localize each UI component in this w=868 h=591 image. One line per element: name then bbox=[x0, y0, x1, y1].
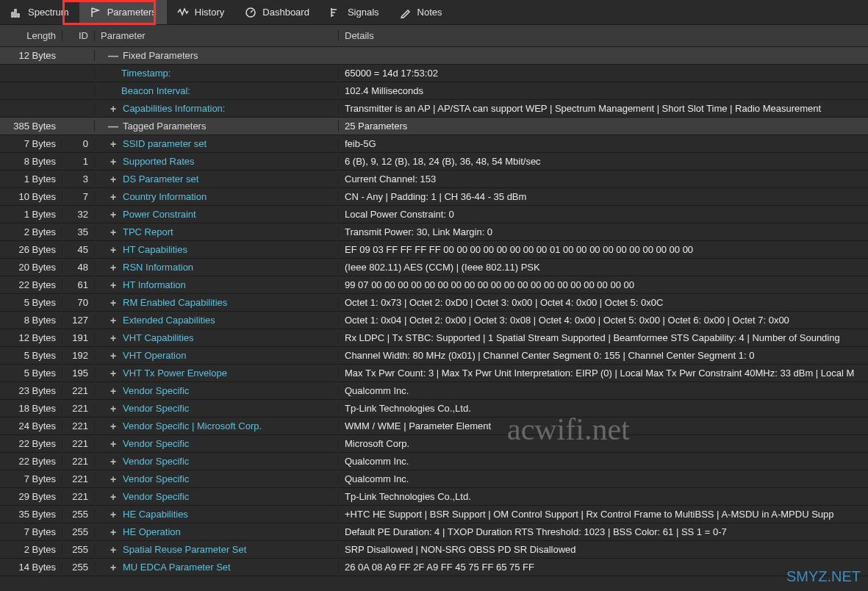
tab-notes[interactable]: Notes bbox=[390, 0, 453, 24]
parameter-row[interactable]: 2 Bytes255+Spatial Reuse Parameter SetSR… bbox=[0, 541, 868, 559]
parameter-row[interactable]: 1 Bytes32+Power ConstraintLocal Power Co… bbox=[0, 206, 868, 223]
tab-spectrum[interactable]: Spectrum bbox=[0, 0, 79, 24]
expand-icon[interactable]: + bbox=[108, 545, 118, 555]
parameter-name[interactable]: HE Capabilities bbox=[123, 509, 188, 520]
parameter-name[interactable]: Vendor Specific bbox=[123, 438, 189, 449]
parameter-name[interactable]: Extended Capabilities bbox=[123, 315, 215, 326]
expand-icon[interactable]: + bbox=[108, 527, 118, 537]
parameter-name[interactable]: Vendor Specific bbox=[123, 403, 189, 414]
expand-icon[interactable]: + bbox=[108, 368, 118, 379]
expand-icon[interactable]: + bbox=[108, 280, 118, 290]
parameter-row[interactable]: 12 Bytes191+VHT CapabilitiesRx LDPC | Tx… bbox=[0, 329, 868, 347]
expand-icon[interactable]: + bbox=[108, 245, 118, 255]
parameter-row[interactable]: 22 Bytes221+Vendor SpecificMicrosoft Cor… bbox=[0, 435, 868, 453]
parameter-row[interactable]: 24 Bytes221+Vendor Specific | Microsoft … bbox=[0, 418, 868, 435]
expand-icon[interactable]: + bbox=[108, 174, 118, 185]
parameter-row[interactable]: 5 Bytes195+VHT Tx Power EnvelopeMax Tx P… bbox=[0, 365, 868, 382]
parameter-row[interactable]: 14 Bytes255+MU EDCA Parameter Set26 0A 0… bbox=[0, 559, 868, 576]
expand-icon[interactable]: + bbox=[108, 227, 118, 237]
expand-icon[interactable]: + bbox=[108, 562, 118, 573]
parameter-row[interactable]: 5 Bytes192+VHT OperationChannel Width: 8… bbox=[0, 347, 868, 365]
expand-icon[interactable]: + bbox=[108, 333, 118, 343]
expand-icon[interactable]: + bbox=[108, 139, 118, 149]
parameter-name[interactable]: Vendor Specific | Microsoft Corp. bbox=[123, 420, 262, 431]
expand-icon[interactable]: + bbox=[108, 421, 118, 431]
parameter-name[interactable]: Vendor Specific bbox=[123, 385, 189, 396]
parameter-name[interactable]: VHT Tx Power Envelope bbox=[123, 368, 227, 379]
parameter-row[interactable]: 22 Bytes61+HT Information99 07 00 00 00 … bbox=[0, 276, 868, 294]
parameter-row[interactable]: 23 Bytes221+Vendor SpecificQualcomm Inc. bbox=[0, 382, 868, 400]
parameter-name[interactable]: RSN Information bbox=[123, 262, 193, 273]
header-id[interactable]: ID bbox=[62, 30, 94, 41]
parameter-name[interactable]: VHT Operation bbox=[123, 350, 186, 361]
expand-icon[interactable]: + bbox=[108, 351, 118, 361]
expand-icon[interactable]: + bbox=[108, 209, 118, 220]
expand-icon[interactable]: + bbox=[108, 104, 118, 114]
header-length[interactable]: Length bbox=[0, 30, 62, 41]
parameter-row[interactable]: 22 Bytes221+Vendor SpecificQualcomm Inc. bbox=[0, 453, 868, 470]
cell-length: 7 Bytes bbox=[0, 473, 62, 484]
parameter-name[interactable]: Vendor Specific bbox=[123, 456, 189, 467]
expand-icon[interactable]: + bbox=[108, 386, 118, 396]
parameter-row[interactable]: Beacon Interval:102.4 Milliseconds bbox=[0, 82, 868, 100]
expand-icon[interactable]: + bbox=[108, 509, 118, 520]
cell-id: 1 bbox=[62, 156, 94, 167]
parameter-name[interactable]: TPC Report bbox=[123, 226, 173, 237]
collapse-icon[interactable]: — bbox=[108, 51, 118, 61]
header-parameter[interactable]: Parameter bbox=[94, 30, 338, 41]
parameter-name[interactable]: DS Parameter set bbox=[123, 173, 198, 185]
expand-icon[interactable]: + bbox=[108, 262, 118, 273]
tab-history[interactable]: History bbox=[167, 0, 234, 24]
expand-icon[interactable]: + bbox=[108, 315, 118, 326]
cell-length: 12 Bytes bbox=[0, 332, 62, 343]
parameter-name[interactable]: HT Information bbox=[123, 279, 186, 290]
parameter-row[interactable]: 35 Bytes255+HE Capabilities+HTC HE Suppo… bbox=[0, 506, 868, 523]
collapse-icon[interactable]: — bbox=[108, 121, 118, 132]
expand-icon[interactable]: + bbox=[108, 404, 118, 414]
parameter-row[interactable]: 26 Bytes45+HT CapabilitiesEF 09 03 FF FF… bbox=[0, 241, 868, 259]
tab-signals[interactable]: Signals bbox=[320, 0, 390, 24]
parameter-name[interactable]: MU EDCA Parameter Set bbox=[123, 562, 231, 573]
parameter-name[interactable]: Vendor Specific bbox=[123, 491, 189, 502]
section-row[interactable]: 385 Bytes—Tagged Parameters25 Parameters bbox=[0, 118, 868, 135]
parameter-name[interactable]: Spatial Reuse Parameter Set bbox=[123, 544, 246, 555]
parameter-row[interactable]: 8 Bytes1+Supported Rates6 (B), 9, 12 (B)… bbox=[0, 153, 868, 171]
parameter-name[interactable]: Country Information bbox=[123, 191, 207, 202]
cell-parameter: +HE Capabilities bbox=[94, 509, 338, 520]
parameter-row[interactable]: 29 Bytes221+Vendor SpecificTp-Link Techn… bbox=[0, 488, 868, 506]
parameter-name[interactable]: Power Constraint bbox=[123, 209, 196, 220]
parameter-row[interactable]: +Capabilities Information:Transmitter is… bbox=[0, 100, 868, 118]
parameter-name[interactable]: HE Operation bbox=[123, 526, 181, 537]
parameter-row[interactable]: 7 Bytes0+SSID parameter setfeib-5G bbox=[0, 135, 868, 153]
parameter-name[interactable]: VHT Capabilities bbox=[123, 332, 194, 343]
parameter-name[interactable]: Beacon Interval: bbox=[121, 85, 190, 96]
expand-icon[interactable]: + bbox=[108, 456, 118, 467]
section-row[interactable]: 12 Bytes—Fixed Parameters bbox=[0, 47, 868, 65]
parameter-name[interactable]: HT Capabilities bbox=[123, 244, 187, 255]
parameter-row[interactable]: 8 Bytes127+Extended CapabilitiesOctet 1:… bbox=[0, 312, 868, 329]
expand-icon[interactable]: + bbox=[108, 492, 118, 502]
expand-icon[interactable]: + bbox=[108, 474, 118, 484]
expand-icon[interactable]: + bbox=[108, 298, 118, 308]
parameter-name[interactable]: Capabilities Information: bbox=[123, 103, 225, 114]
parameter-name[interactable]: RM Enabled Capabilities bbox=[123, 297, 227, 308]
parameter-row[interactable]: 1 Bytes3+DS Parameter setCurrent Channel… bbox=[0, 171, 868, 188]
parameter-name[interactable]: Timestamp: bbox=[121, 68, 171, 79]
tab-parameters[interactable]: Parameters bbox=[79, 0, 167, 24]
expand-icon[interactable]: + bbox=[108, 157, 118, 167]
parameter-row[interactable]: 20 Bytes48+RSN Information(Ieee 802.11) … bbox=[0, 259, 868, 276]
parameter-row[interactable]: 2 Bytes35+TPC ReportTransmit Power: 30, … bbox=[0, 223, 868, 241]
expand-icon[interactable]: + bbox=[108, 439, 118, 449]
expand-icon[interactable]: + bbox=[108, 192, 118, 202]
header-details[interactable]: Details bbox=[338, 30, 868, 41]
parameter-row[interactable]: 5 Bytes70+RM Enabled CapabilitiesOctet 1… bbox=[0, 294, 868, 312]
parameter-row[interactable]: 7 Bytes255+HE OperationDefault PE Durati… bbox=[0, 523, 868, 541]
parameter-name[interactable]: SSID parameter set bbox=[123, 138, 207, 149]
tab-dashboard[interactable]: Dashboard bbox=[234, 0, 320, 24]
parameter-row[interactable]: Timestamp:65000 = 14d 17:53:02 bbox=[0, 65, 868, 82]
parameter-row[interactable]: 18 Bytes221+Vendor SpecificTp-Link Techn… bbox=[0, 400, 868, 418]
parameter-name[interactable]: Supported Rates bbox=[123, 156, 195, 167]
parameter-row[interactable]: 10 Bytes7+Country InformationCN - Any | … bbox=[0, 188, 868, 206]
parameter-row[interactable]: 7 Bytes221+Vendor SpecificQualcomm Inc. bbox=[0, 470, 868, 488]
parameter-name[interactable]: Vendor Specific bbox=[123, 473, 189, 484]
